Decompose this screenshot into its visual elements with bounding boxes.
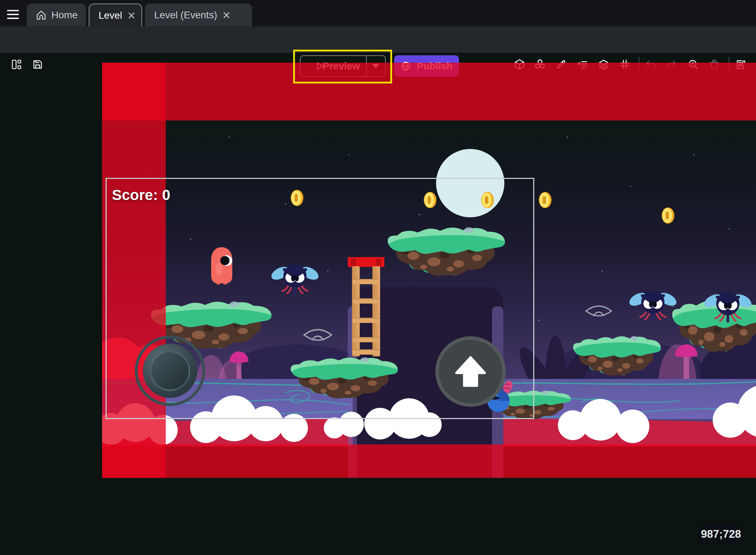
score-text[interactable]: Score: 0 xyxy=(112,187,170,204)
save-icon[interactable] xyxy=(32,58,44,70)
moon[interactable] xyxy=(436,149,504,217)
close-icon[interactable] xyxy=(127,11,136,20)
tab-level-label: Level xyxy=(99,10,122,21)
player-character[interactable] xyxy=(210,247,233,285)
grass-platform[interactable] xyxy=(571,333,663,379)
cloud xyxy=(713,378,756,441)
out-of-bounds-top xyxy=(102,63,756,120)
fly-enemy[interactable] xyxy=(270,260,320,295)
mushroom xyxy=(683,354,689,382)
grass-platform[interactable] xyxy=(385,224,508,280)
cloud xyxy=(324,410,370,438)
eye-decoration[interactable] xyxy=(302,326,333,344)
level-editor-canvas[interactable]: Score: 0 xyxy=(102,63,756,478)
cloud xyxy=(190,392,324,438)
close-icon[interactable] xyxy=(222,11,231,19)
fly-enemy[interactable] xyxy=(628,286,678,321)
jump-button[interactable] xyxy=(435,336,506,407)
stars xyxy=(102,123,103,124)
hamburger-menu-icon[interactable] xyxy=(7,10,19,19)
tab-level-events[interactable]: Level (Events) xyxy=(145,4,252,26)
fly-enemy[interactable] xyxy=(703,287,752,323)
coin[interactable] xyxy=(481,192,494,208)
toolbar: Preview Publish xyxy=(0,26,756,53)
tab-level-events-label: Level (Events) xyxy=(154,10,217,21)
coin[interactable] xyxy=(539,192,552,208)
tab-home[interactable]: Home xyxy=(27,4,86,26)
eye-decoration[interactable] xyxy=(584,303,613,319)
ladder[interactable] xyxy=(348,257,384,356)
tab-level[interactable]: Level xyxy=(89,4,142,26)
layout-panels-icon[interactable] xyxy=(11,58,23,70)
cloud xyxy=(558,395,656,439)
coin[interactable] xyxy=(291,190,303,206)
tab-home-label: Home xyxy=(51,10,78,21)
cloud xyxy=(364,395,442,438)
coin[interactable] xyxy=(424,192,436,208)
app-window: Home Level Level (Events) Preview xyxy=(0,0,756,555)
up-arrow-icon xyxy=(448,349,493,394)
cursor-coordinates-badge: 987;728 xyxy=(699,524,743,544)
home-icon xyxy=(36,10,46,20)
tab-bar: Home Level Level (Events) xyxy=(0,0,756,26)
virtual-joystick[interactable] xyxy=(135,336,205,406)
coin[interactable] xyxy=(662,207,674,224)
